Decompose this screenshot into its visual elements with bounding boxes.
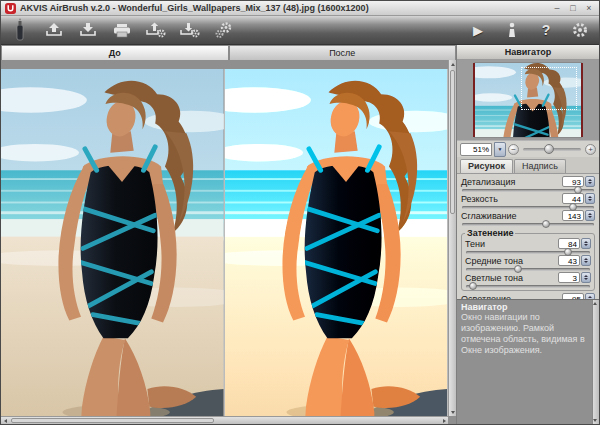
tab-before[interactable]: До	[1, 45, 229, 60]
slider-handle[interactable]	[564, 248, 572, 256]
param-value-input[interactable]: 93	[562, 176, 584, 187]
navigator-title: Навигатор	[457, 45, 599, 60]
open-image-icon[interactable]	[43, 19, 65, 41]
param-row: Детализация 93	[461, 176, 595, 193]
param-row: Резкость 44	[461, 193, 595, 210]
param-label: Сглаживание	[461, 211, 562, 221]
help-icon[interactable]: ?	[535, 19, 557, 41]
param-label: Средние тона	[465, 256, 558, 266]
parameters: Детализация 93 Резкость 44	[457, 174, 599, 299]
tab-drawing[interactable]: Рисунок	[460, 159, 513, 173]
navigator-left-edge	[473, 63, 475, 137]
title-bar: AKVIS AirBrush v.2.0 - Wonderful_Girls_W…	[1, 1, 599, 16]
navigator-right-edge	[581, 63, 583, 137]
vertical-scrollbar[interactable]	[448, 60, 456, 416]
navigator-thumbnail-area	[457, 60, 599, 141]
before-image[interactable]	[1, 69, 225, 416]
navigator-thumbnail[interactable]	[475, 63, 581, 137]
settings-tabs: Рисунок Надпись	[457, 157, 599, 174]
param-spinner[interactable]	[581, 255, 591, 266]
tab-text[interactable]: Надпись	[514, 159, 566, 173]
settings-panel: Навигатор 51% ▼ − + Рисунок	[456, 45, 599, 424]
param-spinner[interactable]	[585, 193, 595, 204]
about-icon[interactable]	[501, 19, 523, 41]
app-window: AKVIS AirBrush v.2.0 - Wonderful_Girls_W…	[0, 0, 600, 425]
param-value-input[interactable]: 43	[558, 255, 580, 266]
param-value-input[interactable]: 143	[562, 210, 584, 221]
shading-group-label: Затенение	[465, 228, 515, 238]
param-row: Сглаживание 143	[461, 210, 595, 227]
param-row: Средние тона 43	[465, 255, 591, 272]
image-workspace: До После	[1, 45, 456, 424]
view-tabs: До После	[1, 45, 456, 60]
zoom-slider[interactable]	[523, 148, 581, 151]
param-row: Тени 84	[465, 238, 591, 255]
run-processing-icon[interactable]: ▶	[467, 19, 489, 41]
hint-text: Окно навигации по изображению. Рамкой от…	[461, 312, 589, 356]
horizontal-scrollbar[interactable]	[1, 416, 448, 424]
hint-title: Навигатор	[461, 302, 589, 312]
navigator-viewport-frame[interactable]	[521, 67, 577, 110]
zoom-controls: 51% ▼ − +	[457, 141, 599, 157]
param-spinner[interactable]	[581, 272, 591, 283]
toolbar: ▶ ?	[1, 16, 599, 45]
export-presets-icon[interactable]	[179, 19, 201, 41]
hints-panel: Навигатор Окно навигации по изображению.…	[457, 299, 599, 425]
param-label: Тени	[465, 239, 558, 249]
airbrush-tool-icon[interactable]	[9, 19, 31, 41]
hints-scrollbar[interactable]	[592, 300, 599, 425]
param-label: Резкость	[461, 194, 562, 204]
param-value-input[interactable]: 3	[558, 272, 580, 283]
slider-handle[interactable]	[569, 203, 577, 211]
param-slider[interactable]	[466, 249, 590, 255]
param-slider[interactable]	[466, 266, 590, 272]
akvis-logo-icon	[5, 3, 16, 14]
param-spinner[interactable]	[585, 176, 595, 187]
param-spinner[interactable]	[581, 238, 591, 249]
slider-handle[interactable]	[514, 265, 522, 273]
import-presets-icon[interactable]	[145, 19, 167, 41]
slider-handle[interactable]	[574, 186, 582, 194]
zoom-value-input[interactable]: 51%	[460, 143, 492, 156]
param-label: Светлые тона	[465, 273, 558, 283]
param-slider[interactable]	[462, 187, 594, 193]
preferences-icon[interactable]	[569, 19, 591, 41]
param-label: Детализация	[461, 177, 562, 187]
tab-after[interactable]: После	[229, 45, 457, 60]
param-spinner[interactable]	[585, 210, 595, 221]
image-canvas	[1, 60, 456, 424]
batch-processing-icon[interactable]	[213, 19, 235, 41]
print-icon[interactable]	[111, 19, 133, 41]
zoom-in-button[interactable]: +	[585, 144, 596, 155]
save-image-icon[interactable]	[77, 19, 99, 41]
minimize-button[interactable]: –	[551, 2, 563, 14]
zoom-slider-handle[interactable]	[544, 144, 554, 154]
close-button[interactable]: ×	[583, 2, 595, 14]
param-row: Светлые тона 3	[465, 272, 591, 289]
after-image[interactable]	[225, 69, 449, 416]
slider-handle[interactable]	[469, 282, 477, 290]
param-slider[interactable]	[462, 221, 594, 227]
zoom-out-button[interactable]: −	[508, 144, 519, 155]
param-slider[interactable]	[466, 283, 590, 289]
shading-group: Затенение Тени 84 Средние то	[461, 228, 595, 291]
zoom-dropdown-icon[interactable]: ▼	[494, 142, 506, 157]
window-title: AKVIS AirBrush v.2.0 - Wonderful_Girls_W…	[20, 3, 547, 13]
slider-handle[interactable]	[542, 220, 550, 228]
maximize-button[interactable]: □	[567, 2, 579, 14]
param-slider[interactable]	[462, 204, 594, 210]
